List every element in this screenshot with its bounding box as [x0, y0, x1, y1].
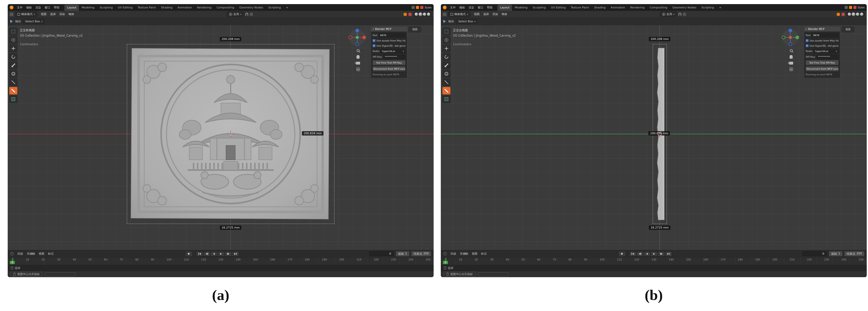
move-tool[interactable] [442, 44, 451, 52]
jump-to-start-button[interactable] [629, 252, 636, 256]
rodin-dropdown[interactable]: hyper3d.ai [380, 49, 405, 53]
frame-start-field[interactable]: 起始 1 [829, 251, 842, 256]
timeline-menu-item[interactable]: 回放 [449, 251, 458, 256]
viewport-menu-item[interactable]: 视图 [472, 12, 482, 17]
polyhaven-checkbox[interactable] [373, 39, 375, 42]
scene-name[interactable]: Scen [425, 6, 432, 9]
timeline-menu-item[interactable]: 视图 [37, 251, 46, 256]
workspace-tab[interactable]: Modeling [79, 5, 97, 11]
topbar-menu-item[interactable]: 窗口 [476, 5, 485, 10]
play-button[interactable] [651, 252, 658, 256]
workspace-tab[interactable]: Geometry Nodes [237, 5, 266, 11]
screen-layout-icon[interactable] [411, 6, 415, 9]
workspace-tab[interactable]: Scripting [266, 5, 283, 11]
gizmo-y-positive[interactable] [796, 36, 799, 39]
workspace-tab[interactable]: Animation [608, 5, 628, 11]
workspace-tab[interactable]: + [717, 5, 724, 11]
disconnect-button[interactable]: Disconnect from MCP server [806, 66, 839, 71]
hyper3d-checkbox[interactable] [806, 44, 809, 47]
prev-keyframe-button[interactable] [637, 252, 643, 256]
proportional-edit-icon[interactable] [250, 13, 253, 16]
workspace-tab[interactable]: Sculpting [97, 5, 115, 11]
camera-view-icon[interactable] [789, 62, 793, 65]
blender-logo-icon[interactable] [10, 6, 13, 9]
playhead-line[interactable] [446, 257, 446, 261]
timeline-menu-item[interactable]: 回放 [16, 251, 25, 256]
viewport-menu-item[interactable]: 物体 [500, 12, 509, 17]
rotate-tool[interactable] [442, 53, 451, 61]
rendered-shading-icon[interactable] [860, 12, 863, 16]
viewport-3d[interactable]: 正交左视图 (0) Collection | Jingzhou_Wood_Car… [441, 25, 867, 250]
add-cube-tool[interactable] [9, 95, 18, 103]
rodin-dropdown[interactable]: hyper3d.ai [814, 49, 839, 53]
api-key-field[interactable]: ********** [383, 55, 405, 59]
workspace-tab[interactable]: Texture Paint [135, 5, 158, 11]
workspace-tab[interactable]: Modeling [512, 5, 530, 11]
addon-red-icon[interactable] [420, 6, 423, 9]
camera-view-icon[interactable] [356, 62, 360, 65]
mode-dropdown[interactable]: 物体模式 [15, 11, 37, 17]
topbar-menu-item[interactable]: 帮助 [485, 5, 494, 10]
workspace-tab[interactable]: UV Editing [115, 5, 135, 11]
jump-to-end-button[interactable] [232, 252, 239, 256]
proportional-edit-icon[interactable] [683, 13, 686, 16]
play-reverse-button[interactable] [644, 252, 650, 256]
viewport-menu-item[interactable]: 选择 [49, 12, 58, 17]
disconnect-button[interactable]: Disconnect from MCP server [373, 66, 405, 71]
auto-key-button[interactable] [619, 252, 625, 256]
viewport-menu-item[interactable]: 视图 [39, 12, 49, 17]
editor-type-icon[interactable] [443, 12, 446, 16]
orientation-dropdown[interactable]: 全局 [660, 11, 677, 17]
timeline-editor-icon[interactable] [443, 252, 447, 255]
scale-tool[interactable] [9, 61, 18, 69]
workspace-tab[interactable]: Layout [64, 5, 79, 11]
viewport-menu-item[interactable]: 添加 [58, 12, 67, 17]
pan-hand-icon[interactable] [356, 55, 360, 59]
cursor-tool[interactable] [442, 36, 451, 44]
polyhaven-checkbox[interactable] [806, 39, 809, 42]
workspace-tab[interactable]: Shading [158, 5, 175, 11]
gizmo-z-positive[interactable] [355, 29, 359, 32]
blender-logo-icon[interactable] [443, 6, 447, 9]
workspace-tab[interactable]: Animation [175, 5, 194, 11]
ortho-toggle-icon[interactable] [356, 68, 360, 71]
api-key-field[interactable]: ********** [816, 55, 839, 59]
timeline-editor-icon[interactable] [10, 252, 13, 255]
pan-hand-icon[interactable] [789, 55, 793, 59]
timeline-menu-item[interactable]: 关键帧 [25, 251, 37, 256]
wireframe-shading-icon[interactable] [415, 12, 418, 16]
topbar-menu-item[interactable]: 文件 [448, 5, 458, 10]
add-cube-tool[interactable] [442, 95, 451, 103]
gizmo-x-positive[interactable] [362, 36, 366, 39]
gizmo-x-negative[interactable] [348, 36, 352, 39]
timeline-ruler[interactable]: 0102030405060708090100110120130140150160… [441, 257, 867, 265]
solid-shading-icon[interactable] [419, 12, 422, 16]
frame-end-field[interactable]: 结束点 250 [411, 251, 431, 256]
current-frame-field[interactable]: 0 [802, 251, 827, 256]
mcp-panel-header[interactable]: Blender MCP [804, 27, 840, 32]
gizmo-x-axis-dot[interactable] [789, 36, 792, 39]
material-shading-icon[interactable] [423, 12, 426, 16]
rendered-shading-icon[interactable] [427, 12, 430, 16]
play-button[interactable] [218, 252, 224, 256]
timeline-menu-item[interactable]: 关键帧 [458, 251, 470, 256]
topbar-menu-item[interactable]: 帮助 [52, 5, 61, 10]
playhead-line[interactable] [12, 257, 13, 261]
timeline-menu-item[interactable]: 标记 [46, 251, 55, 256]
editor-type-icon[interactable] [10, 12, 13, 16]
workspace-tab[interactable]: Compositing [214, 5, 237, 11]
workspace-tab[interactable]: Shading [591, 5, 608, 11]
workspace-tab[interactable]: Rendering [194, 5, 214, 11]
move-tool[interactable] [9, 44, 18, 52]
workspace-tab[interactable]: Layout [497, 5, 512, 11]
gizmo-toggle-icon[interactable] [404, 13, 407, 16]
transform-tool[interactable] [442, 70, 451, 77]
current-frame-field[interactable]: 0 [369, 251, 394, 256]
transform-tool[interactable] [9, 70, 18, 77]
mode-dropdown[interactable]: 物体模式 [448, 11, 470, 17]
wireframe-shading-icon[interactable] [848, 12, 851, 16]
gizmo-z-positive[interactable] [788, 29, 792, 32]
measure-tool[interactable] [9, 87, 18, 95]
addon-orange-icon[interactable] [416, 6, 419, 9]
workspace-tab[interactable]: Geometry Nodes [670, 5, 699, 11]
